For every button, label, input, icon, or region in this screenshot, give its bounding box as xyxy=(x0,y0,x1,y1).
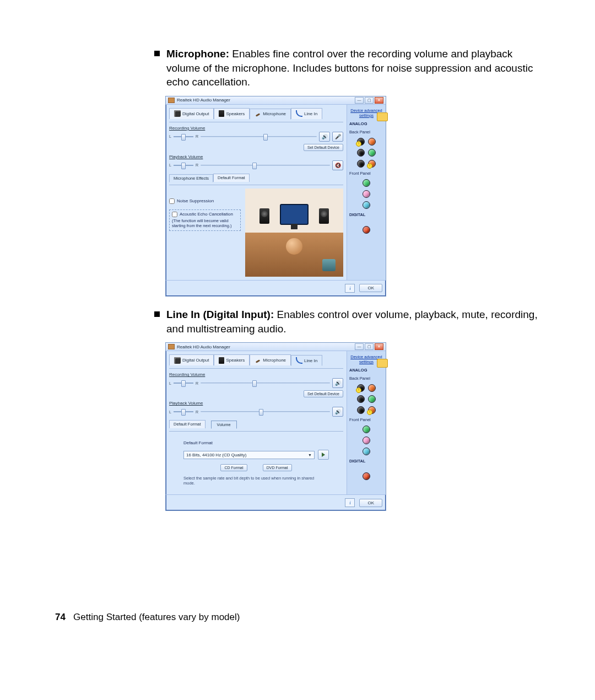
folder-icon[interactable] xyxy=(377,112,388,121)
info-button[interactable]: i xyxy=(345,284,355,293)
close-button[interactable]: ✕ xyxy=(375,97,383,104)
jack-orange[interactable] xyxy=(368,138,376,146)
playback-volume-slider[interactable] xyxy=(201,163,330,168)
subtab-volume[interactable]: Volume xyxy=(211,421,237,429)
jack-black[interactable] xyxy=(357,395,365,403)
jack-orange[interactable] xyxy=(368,384,376,392)
bullet-text: Microphone: Enables fine control over th… xyxy=(166,47,540,89)
microphone-icon xyxy=(255,111,261,117)
balance-slider[interactable] xyxy=(174,134,193,139)
jack-green[interactable] xyxy=(363,426,370,433)
tab-speakers[interactable]: Speakers xyxy=(214,108,250,119)
test-play-button[interactable] xyxy=(318,450,329,460)
subtab-mic-effects[interactable]: Microphone Effects xyxy=(169,174,213,182)
tab-line-in[interactable]: Line In xyxy=(291,355,322,366)
titlebar[interactable]: Realtek HD Audio Manager — ▢ ✕ xyxy=(166,96,386,105)
minimize-button[interactable]: — xyxy=(355,97,364,104)
aec-option[interactable]: Acoustic Echo Cancellation (The function… xyxy=(169,209,241,231)
line-in-icon xyxy=(296,110,302,117)
checkbox-icon[interactable] xyxy=(172,212,177,217)
balance-slider[interactable] xyxy=(174,163,193,168)
audio-manager-window-mic: Realtek HD Audio Manager — ▢ ✕ Digital O… xyxy=(165,96,386,297)
bullet-icon xyxy=(154,51,160,56)
analog-heading: ANALOG xyxy=(349,368,367,373)
balance-slider[interactable] xyxy=(174,381,193,385)
tab-microphone[interactable]: Microphone xyxy=(250,354,291,365)
digital-heading: DIGITAL xyxy=(349,212,365,217)
sample-rate-select[interactable]: 16 Bits, 44100 Hz (CD Quality) ▼ xyxy=(183,451,315,459)
recording-mute-button[interactable] xyxy=(319,132,330,142)
tab-label: Microphone xyxy=(263,358,286,363)
jack-green[interactable] xyxy=(363,179,370,187)
jack-pink[interactable] xyxy=(363,190,370,198)
subtab-default-format[interactable]: Default Format xyxy=(169,420,205,428)
close-button[interactable]: ✕ xyxy=(375,343,383,350)
recording-volume-label: Recording Volume xyxy=(169,372,343,377)
tab-speakers[interactable]: Speakers xyxy=(214,354,250,365)
jack-digital[interactable] xyxy=(363,226,370,234)
subtab-default-format[interactable]: Default Format xyxy=(213,174,250,182)
recording-volume-slider[interactable] xyxy=(201,381,330,385)
warning-icon: ! xyxy=(356,141,361,147)
folder-icon[interactable] xyxy=(377,359,388,368)
jack-green[interactable] xyxy=(368,149,376,157)
jack-pink[interactable] xyxy=(363,437,370,444)
tab-digital-output[interactable]: Digital Output xyxy=(169,108,214,119)
playback-volume-slider[interactable] xyxy=(201,410,330,414)
jack-black[interactable] xyxy=(357,406,365,414)
minimize-button[interactable]: — xyxy=(355,343,364,350)
speakers-icon xyxy=(219,357,224,364)
mic-boost-button[interactable] xyxy=(332,132,343,142)
digital-output-icon xyxy=(174,110,181,117)
ok-button[interactable]: OK xyxy=(359,284,382,292)
balance-r: R xyxy=(196,410,198,414)
ok-button[interactable]: OK xyxy=(359,499,382,507)
tab-label: Speakers xyxy=(226,358,245,363)
jack-digital[interactable] xyxy=(363,472,370,480)
balance-slider[interactable] xyxy=(174,410,193,414)
tab-label: Speakers xyxy=(226,111,245,116)
cd-format-button[interactable]: CD Format xyxy=(220,464,247,471)
dvd-format-button[interactable]: DVD Format xyxy=(263,464,292,471)
recording-volume-slider[interactable] xyxy=(201,134,317,139)
app-icon xyxy=(168,98,175,103)
maximize-button[interactable]: ▢ xyxy=(365,343,374,350)
balance-r: R xyxy=(196,381,198,385)
set-default-device-button[interactable]: Set Default Device xyxy=(304,144,343,151)
jack-black[interactable] xyxy=(357,160,365,168)
balance-l: L xyxy=(169,163,171,167)
monitor-icon xyxy=(280,204,309,225)
tab-line-in[interactable]: Line In xyxy=(291,108,322,119)
warning-icon: ! xyxy=(367,163,372,169)
bullet-icon xyxy=(154,311,160,317)
device-tabs: Digital Output Speakers Microphone Line … xyxy=(169,354,343,365)
set-default-device-button[interactable]: Set Default Device xyxy=(304,390,343,397)
front-panel-heading: Front Panel xyxy=(349,171,371,176)
room-illustration xyxy=(245,189,343,277)
checkbox-label: Noise Suppression xyxy=(177,198,214,203)
playback-mute-button[interactable] xyxy=(332,160,343,170)
mic-effects-panel: Noise Suppression Acoustic Echo Cancella… xyxy=(169,189,343,277)
jack-green[interactable] xyxy=(368,395,376,403)
checkbox-icon[interactable] xyxy=(169,198,175,204)
sub-tabs: Microphone Effects Default Format xyxy=(169,174,343,182)
titlebar[interactable]: Realtek HD Audio Manager — ▢ ✕ xyxy=(166,343,386,351)
info-button[interactable]: i xyxy=(345,498,355,507)
recording-mute-button[interactable] xyxy=(332,378,343,388)
maximize-button[interactable]: ▢ xyxy=(365,97,374,104)
back-panel-heading: Back Panel xyxy=(349,376,370,381)
tab-microphone[interactable]: Microphone xyxy=(250,109,291,120)
page-number: 74 xyxy=(55,612,66,622)
playback-mute-button[interactable] xyxy=(332,407,343,417)
jack-blue[interactable] xyxy=(363,201,370,209)
footer-text: Getting Started (features vary by model) xyxy=(73,612,240,622)
balance-l: L xyxy=(169,134,171,138)
jack-black[interactable] xyxy=(357,149,365,157)
noise-suppression-checkbox[interactable]: Noise Suppression xyxy=(169,198,241,204)
speaker-right-icon xyxy=(319,208,329,224)
tab-digital-output[interactable]: Digital Output xyxy=(169,354,214,365)
subwoofer-icon xyxy=(322,259,336,271)
bullet-item-microphone: Microphone: Enables fine control over th… xyxy=(154,47,540,89)
jack-blue[interactable] xyxy=(363,448,370,455)
balance-r: R xyxy=(196,134,198,138)
